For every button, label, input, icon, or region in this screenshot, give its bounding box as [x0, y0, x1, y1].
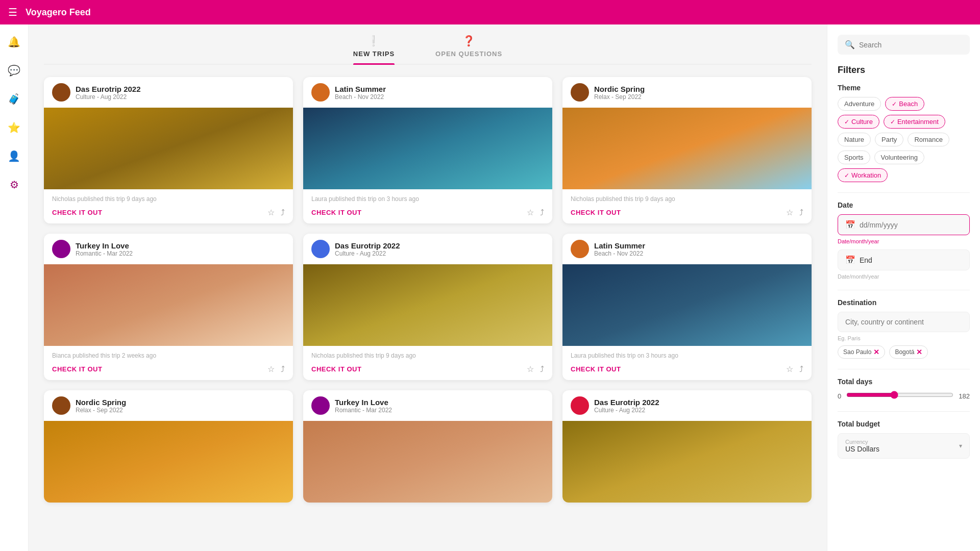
tab-new-trips[interactable]: ❕ NEW TRIPS [353, 35, 395, 64]
filters-title: Filters [838, 65, 970, 76]
date-start-label: Date/month/year [838, 238, 970, 244]
destination-tag-sao-paulo[interactable]: Sao Paulo ✕ [838, 345, 885, 359]
trips-icon[interactable]: 🧳 [5, 90, 23, 108]
tab-bar: ❕ NEW TRIPS ❓ OPEN QUESTIONS [44, 35, 812, 65]
remove-sao-paulo-icon[interactable]: ✕ [873, 348, 879, 356]
destination-input[interactable] [845, 318, 962, 326]
date-start-wrap: 📅 [838, 214, 970, 235]
divider [838, 290, 970, 290]
check-it-out-button[interactable]: CHECK IT OUT [311, 209, 361, 216]
main-content: ❕ NEW TRIPS ❓ OPEN QUESTIONS Das Eurotri… [29, 24, 827, 551]
share-button[interactable]: ⤴ [281, 364, 285, 374]
card-image [303, 421, 552, 503]
card-header: Nordic Spring Relax - Sep 2022 [562, 77, 812, 108]
share-button[interactable]: ⤴ [540, 208, 544, 217]
trip-card: Das Eurotrip 2022 Culture - Aug 2022 Nic… [44, 77, 293, 223]
avatar [52, 240, 70, 258]
notification-icon[interactable]: 🔔 [5, 33, 23, 51]
favorite-button[interactable]: ☆ [267, 208, 275, 217]
favorite-button[interactable]: ☆ [786, 364, 793, 374]
date-section: Date 📅 Date/month/year 📅 End Date/month/… [838, 201, 970, 280]
total-budget-title: Total budget [838, 420, 970, 428]
check-it-out-button[interactable]: CHECK IT OUT [52, 365, 102, 373]
favorite-button[interactable]: ☆ [527, 208, 534, 217]
tab-open-questions[interactable]: ❓ OPEN QUESTIONS [435, 35, 502, 64]
trip-card: Latin Summer Beach - Nov 2022 Laura publ… [303, 77, 552, 223]
theme-tag-culture[interactable]: ✓ Culture [838, 115, 879, 129]
theme-tag-beach[interactable]: ✓ Beach [885, 97, 924, 111]
trip-card: Turkey In Love Romantic - Mar 2022 Bianc… [44, 234, 293, 380]
theme-tag-romance[interactable]: Romance [908, 133, 949, 146]
card-info: Das Eurotrip 2022 Culture - Aug 2022 [76, 85, 141, 101]
card-header: Latin Summer Beach - Nov 2022 [303, 77, 552, 108]
card-title: Das Eurotrip 2022 [594, 398, 659, 407]
card-icons: ☆ ⤴ [267, 208, 285, 217]
divider [838, 411, 970, 412]
avatar [571, 83, 589, 102]
new-trips-icon: ❕ [367, 35, 380, 47]
card-subtitle: Relax - Sep 2022 [594, 93, 645, 101]
card-title: Das Eurotrip 2022 [335, 241, 400, 250]
total-budget-section: Total budget Currency US Dollars ▾ [838, 420, 970, 459]
theme-tag-volunteering[interactable]: Volunteering [874, 151, 924, 164]
card-subtitle: Beach - Nov 2022 [594, 250, 645, 257]
card-header: Das Eurotrip 2022 Culture - Aug 2022 [562, 390, 812, 421]
card-title: Das Eurotrip 2022 [76, 85, 141, 93]
card-published: Nicholas published this trip 9 days ago [311, 352, 544, 359]
card-footer: Nicholas published this trip 9 days ago … [303, 346, 552, 380]
card-image [562, 421, 812, 503]
currency-select-wrap[interactable]: Currency US Dollars ▾ [838, 433, 970, 459]
check-it-out-button[interactable]: CHECK IT OUT [52, 209, 102, 216]
destination-tag-bogota[interactable]: Bogotá ✕ [889, 345, 928, 359]
share-button[interactable]: ⤴ [281, 208, 285, 217]
avatar [311, 240, 330, 258]
card-header: Turkey In Love Romantic - Mar 2022 [303, 390, 552, 421]
card-title: Nordic Spring [594, 85, 645, 93]
chat-icon[interactable]: 💬 [5, 61, 23, 80]
right-filters-panel: 🔍 Filters Theme Adventure ✓ Beach ✓ Cult… [827, 24, 980, 551]
share-button[interactable]: ⤴ [799, 208, 803, 217]
favorite-button[interactable]: ☆ [527, 364, 534, 374]
card-actions: CHECK IT OUT ☆ ⤴ [52, 208, 285, 217]
theme-tag-sports[interactable]: Sports [838, 151, 870, 164]
currency-label: Currency [845, 439, 879, 445]
card-title: Turkey In Love [335, 398, 392, 407]
check-it-out-button[interactable]: CHECK IT OUT [571, 209, 621, 216]
date-start-input[interactable] [860, 221, 962, 229]
card-icons: ☆ ⤴ [527, 208, 544, 217]
card-actions: CHECK IT OUT ☆ ⤴ [571, 364, 803, 374]
check-it-out-button[interactable]: CHECK IT OUT [311, 365, 361, 373]
theme-tag-entertainment[interactable]: ✓ Entertainment [884, 115, 945, 129]
card-subtitle: Culture - Aug 2022 [335, 250, 400, 257]
settings-icon[interactable]: ⚙ [5, 176, 23, 194]
calendar-icon: 📅 [845, 220, 855, 230]
total-days-section: Total days 0 182 [838, 378, 970, 401]
favorite-button[interactable]: ☆ [267, 364, 275, 374]
card-subtitle: Culture - Aug 2022 [76, 93, 141, 101]
days-slider-wrap [846, 391, 953, 401]
remove-bogota-icon[interactable]: ✕ [916, 348, 922, 356]
tab-new-trips-label: NEW TRIPS [353, 50, 395, 58]
theme-tag-workation[interactable]: ✓ Workation [838, 168, 888, 182]
card-published: Nicholas published this trip 9 days ago [52, 195, 285, 203]
menu-icon[interactable]: ☰ [8, 6, 17, 18]
chevron-down-icon: ▾ [959, 442, 962, 449]
search-input[interactable] [859, 41, 963, 49]
theme-tag-party[interactable]: Party [875, 133, 903, 146]
theme-tag-nature[interactable]: Nature [838, 133, 871, 146]
favorite-button[interactable]: ☆ [786, 208, 793, 217]
avatar [52, 396, 70, 415]
dest-tag-label: Bogotá [895, 348, 914, 356]
card-actions: CHECK IT OUT ☆ ⤴ [311, 364, 544, 374]
favorites-icon[interactable]: ⭐ [5, 118, 23, 137]
check-it-out-button[interactable]: CHECK IT OUT [571, 365, 621, 373]
total-days-slider[interactable] [846, 391, 953, 399]
profile-icon[interactable]: 👤 [5, 147, 23, 165]
divider [838, 192, 970, 193]
share-button[interactable]: ⤴ [799, 364, 803, 374]
card-subtitle: Romantic - Mar 2022 [76, 250, 133, 257]
card-footer: Nicholas published this trip 9 days ago … [44, 189, 293, 223]
share-button[interactable]: ⤴ [540, 364, 544, 374]
theme-tag-adventure[interactable]: Adventure [838, 97, 881, 111]
destination-tags: Sao Paulo ✕ Bogotá ✕ [838, 345, 970, 359]
